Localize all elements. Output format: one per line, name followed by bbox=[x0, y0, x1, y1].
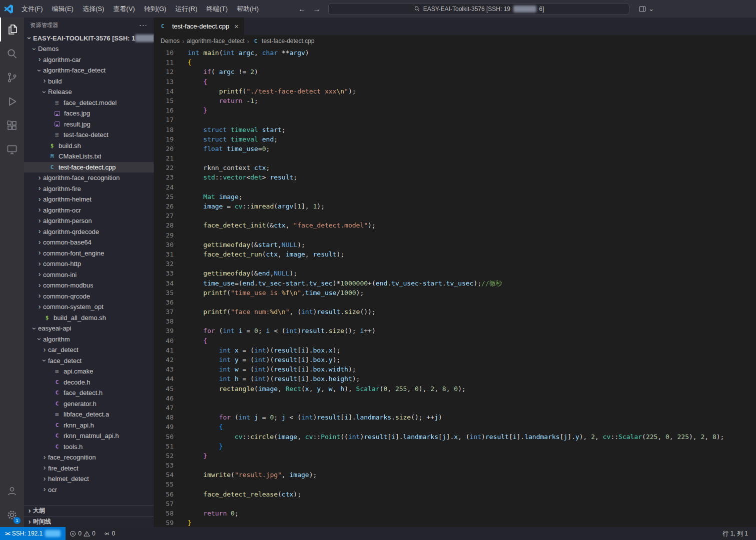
timeline-section[interactable]: › 时间线 bbox=[24, 516, 154, 527]
tree-folder-Demos[interactable]: ›Demos bbox=[24, 44, 154, 54]
tree-file-test-face-detect[interactable]: ≡test-face-detect bbox=[24, 130, 154, 140]
code-line[interactable]: 27 bbox=[154, 211, 756, 220]
tree-folder-Release[interactable]: ›Release bbox=[24, 86, 154, 98]
tree-file-CMakeLists.txt[interactable]: MCMakeLists.txt bbox=[24, 151, 154, 162]
code-editor[interactable]: 10int main(int argc, char **argv)11{12 i… bbox=[154, 47, 756, 527]
tab-test-face-detect-cpp[interactable]: C test-face-detect.cpp × bbox=[154, 18, 244, 35]
code-line[interactable]: 37 printf("face num:%d\n", (int)result.s… bbox=[154, 307, 756, 316]
breadcrumb-item[interactable]: algorithm-face_detect bbox=[187, 38, 244, 44]
code-line[interactable]: 26 image = cv::imread(argv[1], 1); bbox=[154, 202, 756, 211]
code-line[interactable]: 11{ bbox=[154, 58, 756, 67]
tree-file-face_detect.model[interactable]: ≡face_detect.model bbox=[24, 98, 154, 108]
code-line[interactable]: 36 bbox=[154, 298, 756, 307]
command-center-search[interactable]: EASY-EAI-Toolkit-3576 [SSH: 19●●●●●●6] bbox=[328, 3, 629, 15]
cursor-position[interactable]: 行 1, 列 1 bbox=[722, 530, 748, 538]
tree-folder-algorithm-person[interactable]: ›algorithm-person bbox=[24, 216, 154, 226]
code-line[interactable]: 49 { bbox=[154, 422, 756, 432]
code-line[interactable]: 59} bbox=[154, 518, 756, 527]
tree-folder-algorithm-qrdecode[interactable]: ›algorithm-qrdecode bbox=[24, 226, 154, 238]
code-line[interactable]: 29 bbox=[154, 230, 756, 240]
search-sidebar-icon[interactable] bbox=[0, 42, 24, 66]
accounts-icon[interactable] bbox=[0, 479, 24, 503]
menu-item-0[interactable]: 文件(F) bbox=[17, 2, 48, 16]
code-line[interactable]: 43 int w = (int)(result[i].box.width); bbox=[154, 364, 756, 374]
tree-file-face_detect.h[interactable]: Cface_detect.h bbox=[24, 388, 154, 398]
tree-file-test-face-detect.cpp[interactable]: Ctest-face-detect.cpp bbox=[24, 162, 154, 173]
breadcrumb-item[interactable]: test-face-detect.cpp bbox=[262, 38, 314, 44]
settings-gear-icon[interactable]: 1 bbox=[0, 503, 24, 527]
code-line[interactable]: 48 for (int j = 0; j < (int)result[i].la… bbox=[154, 412, 756, 422]
code-line[interactable]: 20 float time_use=0; bbox=[154, 144, 756, 154]
tree-file-decode.h[interactable]: Cdecode.h bbox=[24, 377, 154, 388]
tree-folder-ocr[interactable]: ›ocr bbox=[24, 484, 154, 496]
tree-folder-common-qrcode[interactable]: ›common-qrcode bbox=[24, 291, 154, 302]
outline-section[interactable]: › 大纲 bbox=[24, 505, 154, 516]
code-line[interactable]: 13 { bbox=[154, 77, 756, 86]
tree-folder-build[interactable]: ›build bbox=[24, 76, 154, 87]
tree-folder-algorithm-helmet[interactable]: ›algorithm-helmet bbox=[24, 194, 154, 205]
code-line[interactable]: 17 bbox=[154, 115, 756, 124]
code-line[interactable]: 33 gettimeofday(&end,NULL); bbox=[154, 268, 756, 278]
code-line[interactable]: 45 rectangle(image, Rect(x, y, w, h), Sc… bbox=[154, 384, 756, 394]
code-line[interactable]: 22 rknn_context ctx; bbox=[154, 163, 756, 172]
tree-folder-common-base64[interactable]: ›common-base64 bbox=[24, 237, 154, 248]
code-line[interactable]: 28 face_detect_init(&ctx, "face_detect.m… bbox=[154, 220, 756, 230]
code-line[interactable]: 56 face_detect_release(ctx); bbox=[154, 490, 756, 499]
code-line[interactable]: 42 int y = (int)(result[i].box.y); bbox=[154, 355, 756, 364]
source-control-icon[interactable] bbox=[0, 66, 24, 90]
tree-folder-common-http[interactable]: ›common-http bbox=[24, 258, 154, 270]
menu-item-6[interactable]: 终端(T) bbox=[202, 2, 232, 16]
tree-file-faces.jpg[interactable]: faces.jpg bbox=[24, 108, 154, 119]
code-line[interactable]: 53 bbox=[154, 460, 756, 470]
menu-item-4[interactable]: 转到(G) bbox=[140, 2, 171, 16]
code-line[interactable]: 31 face_detect_run(ctx, image, result); bbox=[154, 250, 756, 259]
code-line[interactable]: 23 std::vector<det> result; bbox=[154, 172, 756, 182]
code-line[interactable]: 51 } bbox=[154, 442, 756, 451]
code-line[interactable]: 30 gettimeofday(&start,NULL); bbox=[154, 240, 756, 250]
code-line[interactable]: 38 bbox=[154, 316, 756, 326]
breadcrumb-item[interactable]: Demos bbox=[161, 38, 180, 44]
tree-file-build_all_demo.sh[interactable]: $build_all_demo.sh bbox=[24, 312, 154, 324]
code-line[interactable]: 18 struct timeval start; bbox=[154, 125, 756, 134]
tree-folder-common-font_engine[interactable]: ›common-font_engine bbox=[24, 248, 154, 259]
nav-back-icon[interactable]: ← bbox=[298, 4, 306, 13]
tree-folder-algorithm-ocr[interactable]: ›algorithm-ocr bbox=[24, 205, 154, 216]
code-line[interactable]: 50 cv::circle(image, cv::Point((int)resu… bbox=[154, 432, 756, 442]
code-line[interactable]: 55 bbox=[154, 480, 756, 489]
code-line[interactable]: 35 printf("time_use is %f\n",time_use/10… bbox=[154, 288, 756, 298]
tree-file-libface_detect.a[interactable]: ≡libface_detect.a bbox=[24, 409, 154, 420]
code-line[interactable]: 16 } bbox=[154, 106, 756, 115]
code-line[interactable]: 15 return -1; bbox=[154, 96, 756, 106]
run-debug-icon[interactable] bbox=[0, 90, 24, 114]
tree-folder-algorithm-car[interactable]: ›algorithm-car bbox=[24, 54, 154, 66]
code-line[interactable]: 58 return 0; bbox=[154, 508, 756, 518]
tree-file-rknn_api.h[interactable]: Crknn_api.h bbox=[24, 420, 154, 431]
tree-folder-easyeai-api[interactable]: ›easyeai-api bbox=[24, 323, 154, 334]
remote-indicator[interactable]: >< SSH: 192.1●●●● bbox=[0, 527, 66, 540]
code-line[interactable]: 21 bbox=[154, 154, 756, 163]
explorer-icon[interactable] bbox=[0, 18, 24, 42]
code-line[interactable]: 39 for (int i = 0; i < (int)result.size(… bbox=[154, 326, 756, 336]
tree-folder-common-modbus[interactable]: ›common-modbus bbox=[24, 280, 154, 291]
tree-folder-algorithm-face_recognition[interactable]: ›algorithm-face_recognition bbox=[24, 172, 154, 184]
tree-folder-common-system_opt[interactable]: ›common-system_opt bbox=[24, 302, 154, 312]
menu-item-5[interactable]: 运行(R) bbox=[171, 2, 202, 16]
tree-file-api.cmake[interactable]: ≡api.cmake bbox=[24, 366, 154, 377]
tree-folder-common-ini[interactable]: ›common-ini bbox=[24, 270, 154, 280]
code-line[interactable]: 32 bbox=[154, 259, 756, 268]
more-actions-icon[interactable]: ··· bbox=[139, 21, 148, 29]
tree-file-build.sh[interactable]: $build.sh bbox=[24, 140, 154, 152]
code-line[interactable]: 40 { bbox=[154, 336, 756, 346]
close-icon[interactable]: × bbox=[234, 22, 239, 30]
tree-file-tools.h[interactable]: Ctools.h bbox=[24, 442, 154, 452]
code-line[interactable]: 57 bbox=[154, 499, 756, 508]
tree-folder-car_detect[interactable]: ›car_detect bbox=[24, 344, 154, 356]
tree-folder-algorithm-face_detect[interactable]: ›algorithm-face_detect bbox=[24, 65, 154, 76]
layout-toggle[interactable]: ⌄ bbox=[638, 5, 654, 13]
tree-folder-algorithm-fire[interactable]: ›algorithm-fire bbox=[24, 184, 154, 194]
tree-folder-helmet_detect[interactable]: ›helmet_detect bbox=[24, 474, 154, 484]
menu-item-2[interactable]: 选择(S) bbox=[78, 2, 109, 16]
code-line[interactable]: 52 } bbox=[154, 451, 756, 460]
menu-item-3[interactable]: 查看(V) bbox=[109, 2, 139, 16]
code-line[interactable]: 14 printf("./test-face-detect xxx\n"); bbox=[154, 86, 756, 96]
